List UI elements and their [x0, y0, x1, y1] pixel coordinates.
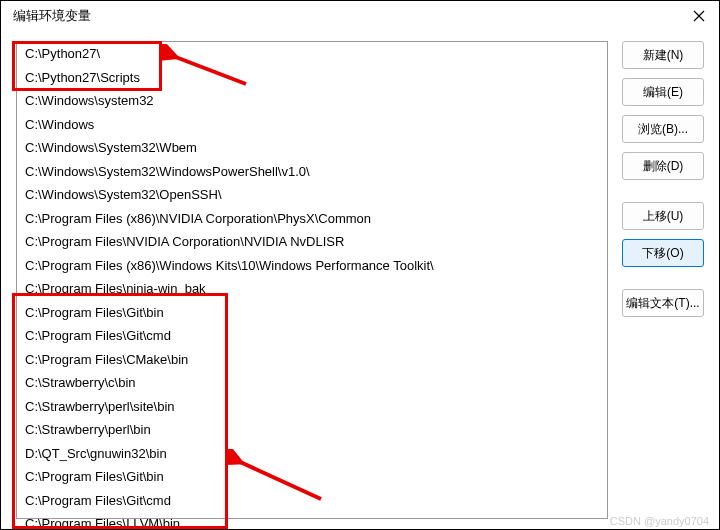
browse-button[interactable]: 浏览(B)... [622, 115, 704, 143]
path-list-item[interactable]: C:\Program Files\Git\bin [17, 301, 607, 325]
delete-button[interactable]: 删除(D) [622, 152, 704, 180]
move-up-button[interactable]: 上移(U) [622, 202, 704, 230]
path-listbox[interactable]: C:\Python27\C:\Python27\ScriptsC:\Window… [16, 41, 608, 519]
path-list-item[interactable]: C:\Program Files\Git\bin [17, 465, 607, 489]
path-list-item[interactable]: C:\Windows\System32\Wbem [17, 136, 607, 160]
titlebar: 编辑环境变量 [1, 1, 719, 31]
path-list-item[interactable]: D:\QT_Src\gnuwin32\bin [17, 442, 607, 466]
watermark: CSDN @yandy0704 [610, 515, 709, 527]
new-button[interactable]: 新建(N) [622, 41, 704, 69]
button-column: 新建(N) 编辑(E) 浏览(B)... 删除(D) 上移(U) 下移(O) 编… [622, 41, 704, 317]
edit-text-button[interactable]: 编辑文本(T)... [622, 289, 704, 317]
path-list-item[interactable]: C:\Strawberry\perl\bin [17, 418, 607, 442]
path-list-item[interactable]: C:\Program Files\ninja-win_bak [17, 277, 607, 301]
path-list-item[interactable]: C:\Python27\Scripts [17, 66, 607, 90]
path-list-item[interactable]: C:\Strawberry\perl\site\bin [17, 395, 607, 419]
path-list-item[interactable]: C:\Windows\System32\WindowsPowerShell\v1… [17, 160, 607, 184]
path-list-item[interactable]: C:\Windows [17, 113, 607, 137]
close-button[interactable] [691, 8, 707, 24]
move-down-button[interactable]: 下移(O) [622, 239, 704, 267]
path-list-item[interactable]: C:\Program Files\Git\cmd [17, 489, 607, 513]
path-list-item[interactable]: C:\Program Files\Git\cmd [17, 324, 607, 348]
path-list-item[interactable]: C:\Python27\ [17, 42, 607, 66]
dialog-content: C:\Python27\C:\Python27\ScriptsC:\Window… [16, 41, 704, 519]
path-list-item[interactable]: C:\Windows\system32 [17, 89, 607, 113]
path-list-item[interactable]: C:\Program Files (x86)\Windows Kits\10\W… [17, 254, 607, 278]
path-list-item[interactable]: C:\Program Files\LLVM\bin [17, 512, 607, 530]
path-list-item[interactable]: C:\Strawberry\c\bin [17, 371, 607, 395]
close-icon [693, 10, 705, 22]
path-list-item[interactable]: C:\Windows\System32\OpenSSH\ [17, 183, 607, 207]
path-list-item[interactable]: C:\Program Files\CMake\bin [17, 348, 607, 372]
window-title: 编辑环境变量 [13, 7, 91, 25]
path-list-item[interactable]: C:\Program Files (x86)\NVIDIA Corporatio… [17, 207, 607, 231]
path-list-item[interactable]: C:\Program Files\NVIDIA Corporation\NVID… [17, 230, 607, 254]
edit-button[interactable]: 编辑(E) [622, 78, 704, 106]
